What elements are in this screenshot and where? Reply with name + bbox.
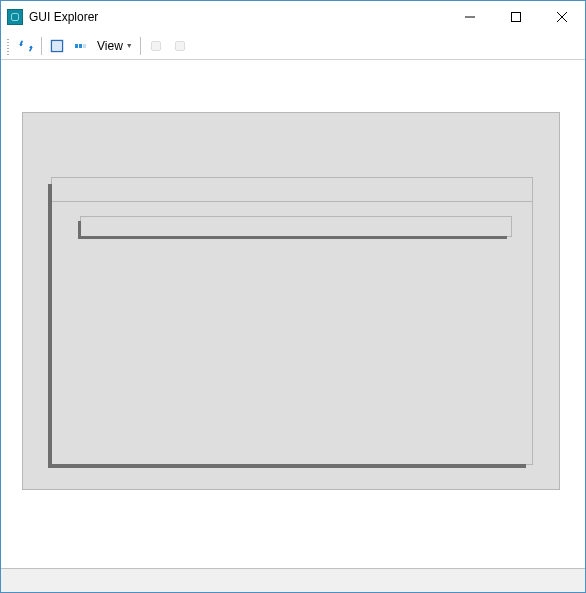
svg-rect-1: [512, 12, 521, 21]
captured-control-outline[interactable]: [80, 216, 512, 237]
close-icon: [557, 12, 567, 22]
captured-childwindow-header: [52, 178, 532, 202]
view-menu-button[interactable]: View ▼: [93, 35, 137, 57]
step-button: [144, 35, 168, 57]
close-button[interactable]: [539, 2, 585, 32]
view-menu-label: View: [97, 39, 123, 53]
outline-button[interactable]: [45, 35, 69, 57]
highlight-button[interactable]: [69, 35, 93, 57]
statusbar: [1, 568, 585, 592]
titlebar: GUI Explorer: [1, 1, 585, 32]
refresh-icon: [18, 38, 34, 54]
stop-icon: [172, 38, 188, 54]
toolbar-grip: [5, 37, 10, 55]
captured-childwindow-outline[interactable]: [51, 177, 533, 465]
toolbar: View ▼: [1, 32, 585, 60]
captured-window-outline[interactable]: [22, 112, 560, 490]
client-area: [1, 60, 585, 568]
maximize-icon: [511, 12, 521, 22]
maximize-button[interactable]: [493, 2, 539, 32]
svg-rect-7: [79, 44, 82, 48]
refresh-button[interactable]: [14, 35, 38, 57]
minimize-button[interactable]: [447, 2, 493, 32]
svg-rect-10: [175, 41, 184, 50]
svg-rect-6: [75, 44, 78, 48]
stop-button: [168, 35, 192, 57]
outline-icon: [49, 38, 65, 54]
svg-rect-8: [83, 44, 86, 48]
window-title: GUI Explorer: [29, 10, 98, 24]
step-icon: [148, 38, 164, 54]
application-window: GUI Explorer: [0, 0, 586, 593]
window-controls: [447, 2, 585, 32]
toolbar-separator: [140, 37, 141, 55]
highlight-icon: [73, 38, 89, 54]
chevron-down-icon: ▼: [126, 42, 133, 49]
toolbar-separator: [41, 37, 42, 55]
svg-rect-5: [53, 42, 61, 50]
minimize-icon: [465, 12, 475, 22]
svg-rect-9: [151, 41, 160, 50]
app-icon: [7, 9, 23, 25]
